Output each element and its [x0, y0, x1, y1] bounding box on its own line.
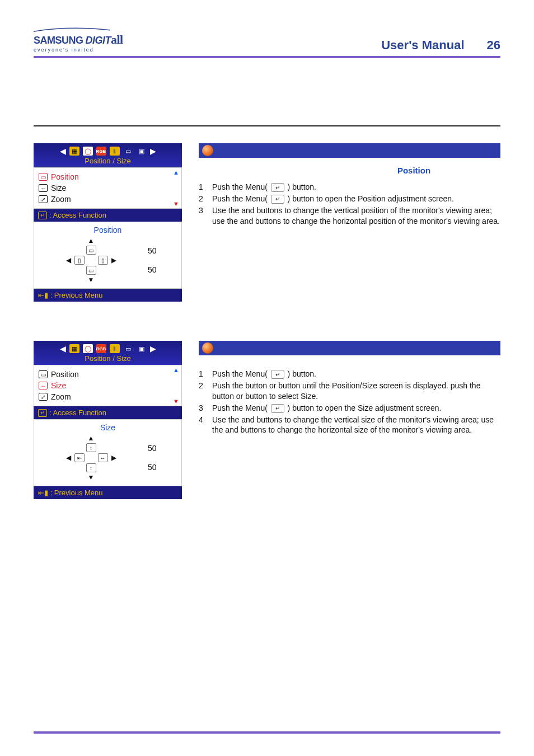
osd-adjust-panel: Position ▲ ▭ ◀▯ ▯▶ ▭ ▼ 50 50: [34, 222, 182, 289]
geometry-tab-icon[interactable]: ◯: [83, 147, 93, 156]
step-text: Push the Menu( ↵ ) button to open the Po…: [212, 194, 500, 204]
step-number: 1: [199, 182, 207, 192]
menu-item-label: Size: [51, 184, 66, 192]
screen-right-icon: ▯: [98, 256, 108, 265]
down-arrow-icon[interactable]: ▼: [88, 473, 95, 481]
osd-tab-bar: ◀ ▦ ◯ RGB ⦀ ▭ ▣ ▶ Position / Size: [34, 143, 182, 167]
step-text: Push the Menu( ↵ ) button.: [212, 369, 500, 379]
instruction-steps: 1Push the Menu( ↵ ) button. 2Push the Me…: [199, 182, 500, 227]
header-rule: [34, 56, 500, 58]
scroll-up-icon[interactable]: ▲: [173, 367, 179, 373]
osd-access-hint: ↵: Access Function: [34, 209, 182, 222]
step-number: 3: [199, 205, 207, 227]
menu-item-label: Zoom: [51, 195, 71, 204]
osd-menu-list: ▲ ▭Position ↔Size ⤢Zoom ▼: [34, 167, 182, 209]
enter-button-icon: ↵: [271, 195, 284, 204]
h-size-value: 50: [148, 444, 157, 453]
down-arrow-icon[interactable]: ▼: [88, 276, 95, 284]
left-arrow-icon[interactable]: ◀: [66, 454, 71, 462]
instruction-title: Position: [327, 166, 500, 175]
menu-item-zoom[interactable]: ⤢Zoom: [39, 194, 177, 205]
position-size-tab-icon[interactable]: ▦: [69, 344, 79, 353]
section-position: ◀ ▦ ◯ RGB ⦀ ▭ ▣ ▶ Position / Size ▲ ▭Pos…: [34, 143, 500, 302]
zoom-item-icon: ⤢: [39, 195, 48, 203]
up-arrow-icon[interactable]: ▲: [88, 237, 95, 245]
menu-item-zoom[interactable]: ⤢Zoom: [39, 391, 177, 402]
bullet-dot-icon: [202, 342, 213, 354]
size-item-icon: ↔: [39, 382, 48, 389]
enter-button-icon: ↵: [271, 183, 284, 192]
position-item-icon: ▭: [39, 173, 48, 181]
instruction-heading-band: [199, 341, 500, 355]
left-arrow-icon[interactable]: ◀: [66, 256, 71, 264]
rgb-tab-icon[interactable]: RGB: [96, 344, 106, 353]
position-size-tab-icon[interactable]: ▦: [69, 147, 79, 156]
osd-previous-hint: ⇤▮ : Previous Menu: [34, 486, 182, 499]
exit-key-icon: ⇤▮: [38, 489, 50, 497]
prev-label: : Previous Menu: [50, 489, 103, 497]
scroll-up-icon[interactable]: ▲: [173, 169, 179, 176]
pip-tab-icon[interactable]: ▣: [137, 147, 147, 156]
osd-panel-size: ◀ ▦ ◯ RGB ⦀ ▭ ▣ ▶ Position / Size ▲ ▭Pos…: [34, 341, 182, 499]
page-tab-icon[interactable]: ▭: [123, 344, 133, 353]
step-number: 3: [199, 403, 207, 414]
osd-tab-bar: ◀ ▦ ◯ RGB ⦀ ▭ ▣ ▶ Position / Size: [34, 341, 182, 365]
screen-short-icon: ↕: [86, 463, 96, 472]
osd-access-hint: ↵: Access Function: [34, 406, 182, 419]
step-text: Push the button or button until the Posi…: [212, 381, 500, 402]
screen-tall-icon: ↕: [86, 443, 96, 452]
instructions-size: 1Push the Menu( ↵ ) button. 2Push the bu…: [199, 341, 500, 499]
step-number: 2: [199, 194, 207, 204]
right-arrow-icon[interactable]: ▶: [111, 256, 116, 264]
scroll-down-icon[interactable]: ▼: [173, 398, 179, 405]
geometry-tab-icon[interactable]: ◯: [83, 344, 93, 353]
nav-left-icon[interactable]: ◀: [60, 147, 66, 156]
nav-left-icon[interactable]: ◀: [60, 344, 66, 353]
menu-item-size[interactable]: ↔Size: [39, 380, 177, 391]
step-number: 2: [199, 381, 207, 402]
rgb-tab-icon[interactable]: RGB: [96, 147, 106, 156]
osd-adjust-title: Size: [34, 423, 181, 432]
menu-item-position[interactable]: ▭Position: [39, 171, 177, 182]
scroll-down-icon[interactable]: ▼: [173, 200, 179, 207]
position-item-icon: ▭: [39, 370, 48, 378]
nav-right-icon[interactable]: ▶: [150, 344, 156, 353]
pip-tab-icon[interactable]: ▣: [137, 344, 147, 353]
menu-item-size[interactable]: ↔Size: [39, 182, 177, 194]
enter-button-icon: ↵: [271, 404, 284, 413]
section-divider: [34, 125, 500, 126]
bars-tab-icon[interactable]: ⦀: [110, 344, 120, 353]
brand-logo: SAMSUNG DIGITall everyone's invited: [34, 22, 129, 53]
v-size-value: 50: [148, 463, 157, 472]
osd-tab-title: Position / Size: [85, 157, 130, 165]
brand-tagline: everyone's invited: [34, 47, 129, 53]
screen-narrow-icon: ⇤: [74, 453, 85, 462]
step-text: Use the and buttons to change the vertic…: [212, 415, 500, 436]
osd-panel-position: ◀ ▦ ◯ RGB ⦀ ▭ ▣ ▶ Position / Size ▲ ▭Pos…: [34, 143, 182, 302]
instruction-heading-band: [199, 143, 500, 158]
size-item-icon: ↔: [39, 184, 48, 192]
step-text: Use the and buttons to change the vertic…: [212, 205, 500, 227]
section-size: ◀ ▦ ◯ RGB ⦀ ▭ ▣ ▶ Position / Size ▲ ▭Pos…: [34, 341, 500, 499]
osd-previous-hint: ⇤▮ : Previous Menu: [34, 289, 182, 302]
instruction-steps: 1Push the Menu( ↵ ) button. 2Push the bu…: [199, 369, 500, 435]
brand-main: SAMSUNG: [34, 35, 83, 46]
step-text: Push the Menu( ↵ ) button.: [212, 182, 500, 192]
prev-label: : Previous Menu: [50, 291, 103, 299]
enter-key-icon: ↵: [38, 212, 47, 219]
page-header: SAMSUNG DIGITall everyone's invited User…: [34, 22, 500, 53]
exit-key-icon: ⇤▮: [38, 291, 50, 299]
osd-menu-list: ▲ ▭Position ↔Size ⤢Zoom ▼: [34, 365, 182, 406]
up-arrow-icon[interactable]: ▲: [88, 434, 95, 442]
menu-item-position[interactable]: ▭Position: [39, 369, 177, 380]
step-number: 1: [199, 369, 207, 379]
menu-item-label: Size: [51, 381, 66, 390]
right-arrow-icon[interactable]: ▶: [111, 454, 116, 462]
page-tab-icon[interactable]: ▭: [123, 147, 133, 156]
bars-tab-icon[interactable]: ⦀: [110, 147, 120, 156]
logo-swoosh-icon: [34, 27, 110, 32]
instructions-position: Position 1Push the Menu( ↵ ) button. 2Pu…: [199, 143, 500, 302]
nav-right-icon[interactable]: ▶: [150, 147, 156, 156]
v-position-value: 50: [148, 265, 157, 274]
brand-script: all: [111, 32, 123, 46]
